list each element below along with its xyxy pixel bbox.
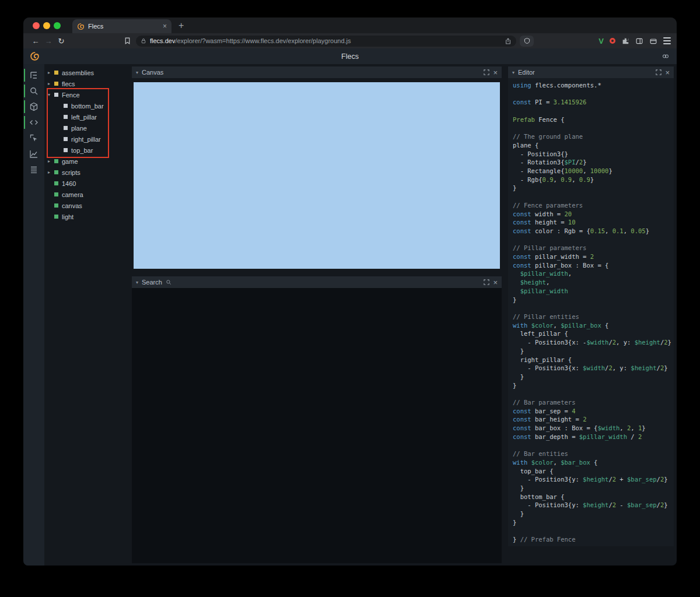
- sidebar-item-scene[interactable]: [23, 101, 44, 112]
- tree-item-plane[interactable]: plane: [44, 122, 129, 134]
- sidebar-toggle-icon[interactable]: [635, 37, 643, 45]
- close-window-button[interactable]: [33, 22, 40, 29]
- tree-collapsed-icon[interactable]: ▸: [48, 170, 54, 175]
- tree-item-scripts[interactable]: ▸scripts: [44, 167, 129, 178]
- code-line: const width = 20: [513, 210, 674, 219]
- inspect-cursor-icon: [29, 134, 38, 143]
- code-line: [513, 304, 674, 312]
- entity-color-square: [54, 82, 58, 86]
- code-line: }: [513, 347, 674, 356]
- tree-item-right_pillar[interactable]: right_pillar: [44, 134, 129, 145]
- code-line: [513, 236, 674, 244]
- sidebar-item-statistics[interactable]: [23, 149, 44, 159]
- editor-panel: ▾ Editor × using flecs.components.* cons…: [508, 66, 674, 546]
- code-line: }: [513, 381, 674, 390]
- entity-color-square: [64, 137, 68, 141]
- close-icon[interactable]: ×: [493, 279, 498, 286]
- search-results-area: [132, 288, 502, 563]
- tree-item-1460[interactable]: 1460: [44, 178, 129, 189]
- code-line: $height,: [513, 278, 674, 287]
- tree-item-game[interactable]: ▸game: [44, 156, 129, 167]
- tree-item-bottom_bar[interactable]: bottom_bar: [44, 100, 129, 111]
- new-tab-button[interactable]: +: [178, 21, 184, 30]
- chevron-down-icon[interactable]: ▾: [136, 70, 138, 75]
- expand-icon[interactable]: [484, 279, 489, 285]
- wallet-icon[interactable]: [649, 37, 657, 45]
- puzzle-icon[interactable]: [621, 37, 629, 45]
- forward-button[interactable]: →: [42, 37, 55, 45]
- sidebar-item-queries[interactable]: [23, 164, 44, 175]
- sidebar-item-inspect[interactable]: [23, 133, 44, 143]
- main-content: ▸assemblies▸flecs▾Fencebottom_barleft_pi…: [23, 64, 677, 566]
- code-line: plane {: [513, 141, 674, 150]
- code-line: const bar_box : Box = {$width, 2, 1}: [513, 424, 674, 433]
- sidebar-item-entity-tree[interactable]: [23, 70, 44, 80]
- close-icon[interactable]: ×: [665, 69, 670, 76]
- code-line: const pillar_box : Box = {: [513, 261, 674, 270]
- browser-tab[interactable]: Flecs ×: [72, 19, 172, 33]
- page-title: Flecs: [23, 52, 677, 61]
- sidebar-item-code[interactable]: [23, 117, 44, 128]
- search-icon: [29, 86, 38, 96]
- sidebar-item-search[interactable]: [23, 86, 44, 96]
- entity-label: flecs: [62, 80, 75, 87]
- entity-color-square: [54, 203, 58, 208]
- code-line: $pillar_width,: [513, 269, 674, 278]
- tree-collapsed-icon[interactable]: ▸: [48, 70, 54, 75]
- entity-color-square: [64, 126, 68, 130]
- tree-item-canvas[interactable]: canvas: [44, 200, 129, 211]
- code-line: - Position3{}: [513, 150, 674, 159]
- flecs-favicon-icon: [77, 23, 85, 30]
- url-text: flecs.dev/explorer/?wasm=https://www.fle…: [150, 37, 501, 44]
- entity-label: assemblies: [62, 69, 94, 76]
- code-line: // Pillar parameters: [513, 244, 674, 252]
- shield-button[interactable]: [520, 36, 534, 47]
- extension-v-icon[interactable]: V: [598, 37, 604, 45]
- bookmark-icon[interactable]: [124, 37, 131, 45]
- back-button[interactable]: ←: [29, 37, 42, 45]
- chevron-down-icon[interactable]: ▾: [136, 280, 138, 285]
- share-link-icon[interactable]: [662, 52, 670, 60]
- address-bar[interactable]: flecs.dev/explorer/?wasm=https://www.fle…: [136, 36, 516, 47]
- tree-expanded-icon[interactable]: ▾: [48, 92, 54, 97]
- reload-button[interactable]: ↻: [55, 37, 68, 45]
- expand-icon[interactable]: [484, 69, 489, 75]
- entity-tree: ▸assemblies▸flecs▾Fencebottom_barleft_pi…: [44, 64, 129, 566]
- tree-item-top_bar[interactable]: top_bar: [44, 145, 129, 156]
- code-line: }: [513, 184, 674, 192]
- code-line: Prefab Fence {: [513, 115, 674, 124]
- tree-item-light[interactable]: light: [44, 211, 129, 222]
- code-line: [513, 389, 674, 398]
- tab-strip: Flecs × +: [23, 17, 677, 33]
- menu-icon[interactable]: [663, 37, 671, 44]
- tree-collapsed-icon[interactable]: ▸: [48, 159, 54, 164]
- canvas-viewport[interactable]: [134, 82, 500, 269]
- code-line: const bar_height = 2: [513, 415, 674, 424]
- tree-item-camera[interactable]: camera: [44, 189, 129, 200]
- extension-record-icon[interactable]: [610, 38, 615, 44]
- entity-label: 1460: [62, 180, 76, 187]
- tab-close-icon[interactable]: ×: [163, 23, 167, 30]
- expand-icon[interactable]: [656, 69, 662, 75]
- code-line: - Rotation3{$PI/2}: [513, 158, 674, 167]
- close-icon[interactable]: ×: [493, 69, 498, 76]
- code-line: }: [513, 510, 674, 518]
- tree-item-Fence[interactable]: ▾Fence: [44, 89, 129, 100]
- code-line: [513, 90, 674, 99]
- search-panel-header: ▾ Search ×: [132, 276, 502, 288]
- tree-item-assemblies[interactable]: ▸assemblies: [44, 67, 129, 78]
- tree-item-flecs[interactable]: ▸flecs: [44, 78, 129, 89]
- canvas-panel-header: ▾ Canvas ×: [132, 66, 502, 78]
- editor-code[interactable]: using flecs.components.* const PI = 3.14…: [508, 78, 674, 546]
- zoom-window-button[interactable]: [54, 22, 61, 29]
- search-icon: [166, 279, 172, 285]
- tree-item-left_pillar[interactable]: left_pillar: [44, 111, 129, 122]
- chevron-down-icon[interactable]: ▾: [512, 70, 514, 75]
- share-icon[interactable]: [505, 37, 512, 45]
- code-line: const bar_depth = $pillar_width / 2: [513, 433, 674, 441]
- code-line: left_pillar {: [513, 329, 674, 338]
- tree-collapsed-icon[interactable]: ▸: [48, 81, 54, 86]
- search-panel: ▾ Search ×: [132, 276, 502, 563]
- window-controls: [23, 22, 68, 29]
- minimize-window-button[interactable]: [43, 22, 50, 29]
